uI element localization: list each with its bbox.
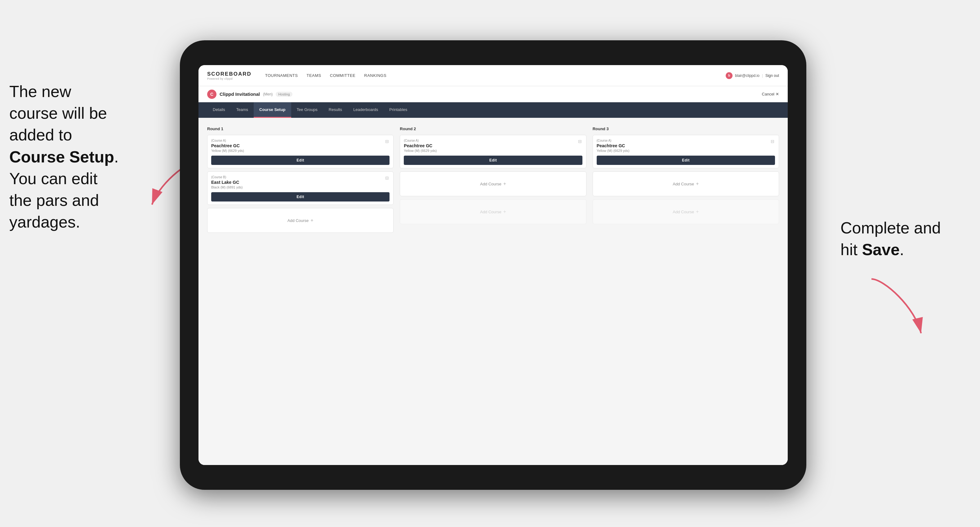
round-3-column: Round 3 (Course A) Peachtree GC Yellow (… bbox=[593, 127, 779, 236]
annotation-line1: The new bbox=[9, 83, 71, 100]
course-details-r3-a: Yellow (M) (6629 yds) bbox=[597, 149, 775, 152]
add-course-label-r2: Add Course bbox=[480, 182, 501, 186]
round-2-label: Round 2 bbox=[400, 127, 586, 131]
add-course-text-r3: Add Course + bbox=[673, 181, 699, 187]
annotation-right-line2-bold: Save bbox=[862, 241, 899, 259]
delete-icon-r1-b[interactable]: ⊟ bbox=[384, 175, 390, 181]
logo-area: SCOREBOARD Powered by clippd bbox=[207, 71, 251, 80]
round-1-label: Round 1 bbox=[207, 127, 393, 131]
delete-icon-r1-a[interactable]: ⊟ bbox=[384, 138, 390, 144]
logo-scoreboard: SCOREBOARD bbox=[207, 71, 251, 77]
course-badge-r3-a: (Course A) bbox=[597, 139, 775, 142]
sub-header: C Clippd Invitational (Men) Hosting Canc… bbox=[199, 86, 788, 102]
course-name-r1-a: Peachtree GC bbox=[211, 143, 390, 148]
tablet-screen: SCOREBOARD Powered by clippd TOURNAMENTS… bbox=[199, 65, 788, 465]
course-details-r1-b: Black (M) (6891 yds) bbox=[211, 186, 390, 189]
add-course-label-r2-disabled: Add Course bbox=[480, 210, 501, 214]
course-badge-r2-a: (Course A) bbox=[404, 139, 582, 142]
course-details-r2-a: Yellow (M) (6629 yds) bbox=[404, 149, 582, 152]
edit-button-r2-a[interactable]: Edit bbox=[404, 156, 582, 165]
user-email: blair@clippd.io bbox=[735, 73, 759, 78]
add-course-text-r3-disabled: Add Course + bbox=[673, 209, 699, 214]
nav-divider: | bbox=[762, 73, 763, 78]
add-course-plus-r2: + bbox=[503, 181, 506, 187]
course-badge-r1-a: (Course A) bbox=[211, 139, 390, 142]
add-course-label-r1: Add Course bbox=[288, 218, 309, 223]
course-details-r1-a: Yellow (M) (6629 yds) bbox=[211, 149, 390, 152]
add-course-r2[interactable]: Add Course + bbox=[400, 171, 586, 196]
add-course-text-r2-disabled: Add Course + bbox=[480, 209, 506, 214]
annotation-right-line2-normal: hit bbox=[840, 241, 862, 259]
edit-button-r3-a[interactable]: Edit bbox=[597, 156, 775, 165]
cancel-label: Cancel bbox=[762, 92, 775, 97]
tab-teams[interactable]: Teams bbox=[231, 102, 254, 118]
course-name-r2-a: Peachtree GC bbox=[404, 143, 582, 148]
annotation-line2: course will be bbox=[9, 104, 107, 122]
tournament-name: Clippd Invitational bbox=[220, 92, 260, 97]
annotation-line5: You can edit bbox=[9, 170, 97, 187]
cancel-button[interactable]: Cancel ✕ bbox=[762, 92, 779, 97]
tablet-device: SCOREBOARD Powered by clippd TOURNAMENTS… bbox=[180, 40, 806, 490]
tab-details[interactable]: Details bbox=[207, 102, 231, 118]
add-course-label-r3: Add Course bbox=[673, 182, 694, 186]
tab-results[interactable]: Results bbox=[323, 102, 348, 118]
add-course-plus-r1: + bbox=[310, 217, 313, 223]
course-card-r3-a: (Course A) Peachtree GC Yellow (M) (6629… bbox=[593, 135, 779, 168]
add-course-label-r3-disabled: Add Course bbox=[673, 210, 694, 214]
course-card-r2-a: (Course A) Peachtree GC Yellow (M) (6629… bbox=[400, 135, 586, 168]
logo-powered: Powered by clippd bbox=[207, 77, 251, 80]
course-name-r3-a: Peachtree GC bbox=[597, 143, 775, 148]
tabs-bar: Details Teams Course Setup Tee Groups Re… bbox=[199, 102, 788, 118]
arrow-right-icon bbox=[865, 276, 927, 338]
nav-teams[interactable]: TEAMS bbox=[306, 72, 321, 79]
user-avatar: b bbox=[726, 72, 732, 79]
nav-committee[interactable]: COMMITTEE bbox=[330, 72, 356, 79]
main-content: Round 1 (Course A) Peachtree GC Yellow (… bbox=[199, 118, 788, 465]
add-course-plus-r3-disabled: + bbox=[696, 209, 699, 214]
annotation-line4-bold: Course Setup bbox=[9, 148, 114, 166]
annotation-right-line1: Complete and bbox=[840, 219, 941, 237]
edit-button-r1-a[interactable]: Edit bbox=[211, 156, 390, 165]
edit-button-r1-b[interactable]: Edit bbox=[211, 192, 390, 202]
close-icon: ✕ bbox=[776, 92, 779, 97]
round-2-column: Round 2 (Course A) Peachtree GC Yellow (… bbox=[400, 127, 586, 236]
round-1-column: Round 1 (Course A) Peachtree GC Yellow (… bbox=[207, 127, 393, 236]
course-name-r1-b: East Lake GC bbox=[211, 180, 390, 185]
annotation-right: Complete and hit Save. bbox=[840, 217, 971, 260]
nav-rankings[interactable]: RANKINGS bbox=[364, 72, 387, 79]
add-course-plus-r2-disabled: + bbox=[503, 209, 506, 214]
add-course-r3-disabled: Add Course + bbox=[593, 199, 779, 224]
annotation-line7: yardages. bbox=[9, 213, 80, 231]
course-card-r1-a: (Course A) Peachtree GC Yellow (M) (6629… bbox=[207, 135, 393, 168]
nav-links: TOURNAMENTS TEAMS COMMITTEE RANKINGS bbox=[265, 72, 714, 79]
hosting-badge: Hosting bbox=[276, 92, 292, 97]
add-course-r1[interactable]: Add Course + bbox=[207, 208, 393, 233]
tab-course-setup[interactable]: Course Setup bbox=[254, 102, 291, 118]
delete-icon-r2-a[interactable]: ⊟ bbox=[577, 138, 583, 144]
round-3-label: Round 3 bbox=[593, 127, 779, 131]
tab-tee-groups[interactable]: Tee Groups bbox=[291, 102, 323, 118]
add-course-r3[interactable]: Add Course + bbox=[593, 171, 779, 196]
tab-printables[interactable]: Printables bbox=[383, 102, 413, 118]
nav-bar: SCOREBOARD Powered by clippd TOURNAMENTS… bbox=[199, 65, 788, 86]
delete-icon-r3-a[interactable]: ⊟ bbox=[769, 138, 776, 144]
course-badge-r1-b: (Course B) bbox=[211, 175, 390, 179]
nav-right: b blair@clippd.io | Sign out bbox=[726, 72, 779, 79]
tab-leaderboards[interactable]: Leaderboards bbox=[348, 102, 383, 118]
annotation-line3: added to bbox=[9, 126, 72, 144]
add-course-plus-r3: + bbox=[696, 181, 699, 187]
course-card-r1-b: (Course B) East Lake GC Black (M) (6891 … bbox=[207, 171, 393, 205]
tournament-logo: C bbox=[207, 90, 216, 99]
add-course-text-r1: Add Course + bbox=[288, 217, 313, 223]
sign-out-link[interactable]: Sign out bbox=[765, 73, 779, 78]
nav-tournaments[interactable]: TOURNAMENTS bbox=[265, 72, 298, 79]
add-course-text-r2: Add Course + bbox=[480, 181, 506, 187]
annotation-line6: the pars and bbox=[9, 191, 99, 209]
tournament-info: C Clippd Invitational (Men) Hosting bbox=[207, 90, 293, 99]
rounds-grid: Round 1 (Course A) Peachtree GC Yellow (… bbox=[207, 127, 779, 236]
add-course-r2-disabled: Add Course + bbox=[400, 199, 586, 224]
tournament-gender: (Men) bbox=[263, 92, 273, 97]
